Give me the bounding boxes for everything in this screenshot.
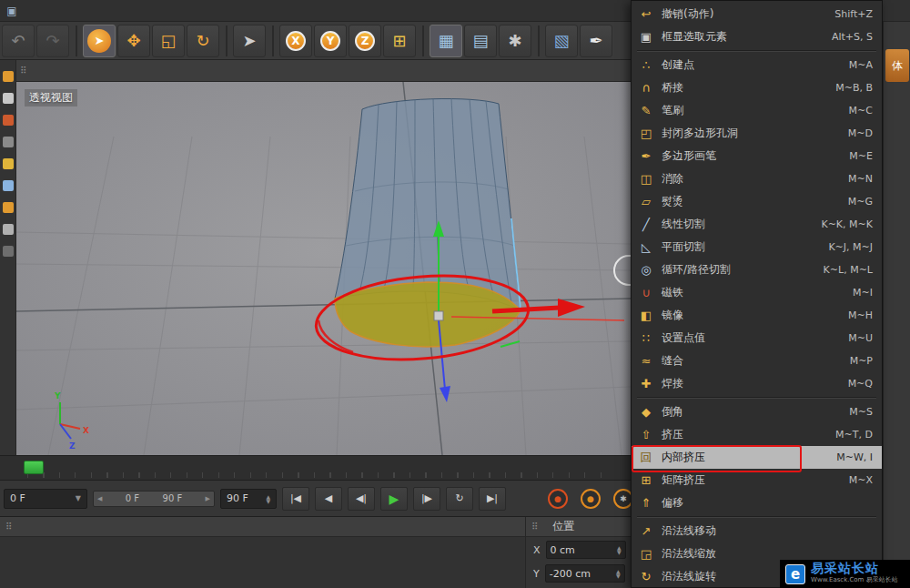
stepper-down-icon[interactable]: ▼ [617,550,622,554]
object-name-fragment[interactable]: 体 [885,49,909,82]
panel-handle-icon: ⠿ [20,66,26,76]
tool-icon: ≈ [637,354,655,368]
bridge-item[interactable]: ∩ 桥接 M~B, B [632,76,882,99]
spline-pen-button[interactable]: ✒ [580,25,612,57]
menu-item-shortcut: M~Q [848,378,873,390]
play-button[interactable]: ▶ [380,487,408,511]
last-tool-button[interactable]: ➤ [233,25,266,57]
coordinate-input[interactable]: 0 cm ▲ ▼ [546,541,626,559]
end-frame-field[interactable]: 90 F ▲ ▼ [220,489,277,509]
stepper-icon[interactable]: ▲ ▼ [266,494,270,503]
menu-item-label: 倒角 [662,404,849,420]
close-polygon-hole-item[interactable]: ◰ 封闭多边形孔洞 M~D [632,122,882,145]
prev-frame-button[interactable]: ◀| [348,487,375,511]
render-picture-button[interactable]: ▤ [464,25,497,57]
current-frame-field[interactable]: 0 F ▼ [4,489,87,509]
play-backward-button[interactable]: ◀ [315,487,342,511]
toolbar-button-icon: ✥ [126,31,140,50]
viewport-scene: Y X Z [16,82,631,455]
autokey-button[interactable]: ● [581,489,601,509]
transport-button-icon: ↻ [455,492,463,504]
add-primitive-button[interactable]: ▧ [545,25,578,57]
tool-icon: ⇑ [637,496,655,510]
record-keyframe-button[interactable]: ● [548,489,568,509]
toolbar-button-icon: Z [355,31,375,51]
stitch-sew-item[interactable]: ≈ 缝合 M~P [632,350,882,372]
toolbar-button-icon: ↻ [196,31,209,50]
menu-item-shortcut: K~L, M~L [824,264,873,276]
weld-item[interactable]: ✚ 焊接 M~Q [632,372,882,395]
create-point-item[interactable]: ∴ 创建点 M~A [632,54,882,76]
magnet-item[interactable]: ∪ 磁铁 M~I [632,281,882,304]
loop-path-cut-item[interactable]: ◎ 循环/路径切割 K~L, M~L [632,259,882,281]
viewport-canvas[interactable]: Y X Z 透视视图 [16,82,631,455]
tool-icon: ↩ [637,7,655,21]
lock-z-button[interactable]: Z [349,25,381,57]
tool-icon: ∴ [637,58,655,72]
watermark-logo-icon: e [785,564,805,584]
iron-item[interactable]: ▱ 熨烫 M~G [632,190,882,213]
frame-selected-item[interactable]: ▣ 框显选取元素 Alt+S, S [632,25,882,48]
coord-system-button[interactable]: ⊞ [383,25,416,57]
brush-item[interactable]: ✎ 笔刷 M~C [632,99,882,122]
move-button[interactable]: ✥ [117,25,150,57]
set-point-value-item[interactable]: ∷ 设置点值 M~U [632,327,882,350]
edges-mode-icon[interactable] [3,180,14,191]
toolbar-button-icon: ▧ [553,31,569,50]
mirror-item[interactable]: ◧ 镜像 M~H [632,304,882,327]
goto-start-button[interactable]: |◀ [282,487,309,511]
move-along-normal-item[interactable]: ↗ 沿法线移动 [632,520,882,542]
make-editable-icon[interactable] [3,71,14,82]
tool-icon: ✎ [637,104,655,117]
polygons-mode-icon[interactable] [3,202,14,213]
stepper-down-icon[interactable]: ▼ [266,499,270,503]
viewport-menubar: ⠿ [16,60,631,82]
bevel-item[interactable]: ◆ 倒角 M~S [632,400,882,423]
loop-mode-button[interactable]: ↻ [446,487,473,511]
app-logo-icon: ▣ [5,4,19,18]
goto-end-button[interactable]: ▶| [479,487,506,511]
menu-item-shortcut: M~E [849,150,873,162]
points-mode-icon[interactable] [3,158,14,169]
plane-cut-item[interactable]: ◺ 平面切割 K~J, M~J [632,236,882,259]
matrix-extrude-item[interactable]: ⊞ 矩阵挤压 M~X [632,469,882,492]
record-button-icon: ✱ [620,494,627,503]
workplane-icon[interactable] [3,137,14,147]
line-cut-item[interactable]: ╱ 线性切割 K~K, M~K [632,213,882,236]
undo-button[interactable]: ↶ [2,25,35,57]
extrude-inner-item[interactable]: 回 内部挤压 M~W, I [632,446,882,469]
toolbar-button-icon: Y [320,31,340,51]
render-view-button[interactable]: ▦ [430,25,462,57]
coordinate-input[interactable]: -200 cm ▲ ▼ [545,564,625,583]
toolbar-button-icon: ◱ [160,31,176,50]
menu-item-shortcut: M~X [849,474,873,486]
stepper-icon[interactable]: ▲ ▼ [616,569,621,578]
axis-lock-icon[interactable] [3,246,14,257]
stepper-down-icon[interactable]: ▼ [616,573,621,578]
tool-icon: ◰ [637,127,655,140]
current-frame-marker[interactable] [24,461,44,474]
redo-button[interactable]: ↷ [36,25,69,57]
undo-action-item[interactable]: ↩ 撤销(动作) Shift+Z [632,3,882,25]
menu-item-label: 多边形画笔 [662,148,849,164]
smooth-shift-item[interactable]: ⇑ 偏移 [632,492,882,514]
frame-range-slider[interactable]: ◀ 0 F 90 F ▶ [93,491,215,507]
render-settings-button[interactable]: ✱ [499,25,531,57]
stepper-icon[interactable]: ▲ ▼ [617,545,622,554]
texture-mode-icon[interactable] [3,115,14,126]
tool-icon: ⇧ [637,428,655,441]
transport-button-icon: ▶ [389,492,399,506]
viewport-panel: ⠿ [16,60,631,455]
rotate-button[interactable]: ↻ [187,25,219,57]
dissolve-item[interactable]: ◫ 消除 M~N [632,167,882,190]
scale-button[interactable]: ◱ [152,25,185,57]
lock-y-button[interactable]: Y [314,25,347,57]
next-frame-button[interactable]: |▶ [413,487,440,511]
separator [73,25,77,56]
extrude-item[interactable]: ⇧ 挤压 M~T, D [632,423,882,446]
lock-x-button[interactable]: X [279,25,312,57]
polygon-pen-item[interactable]: ✒ 多边形画笔 M~E [632,145,882,167]
snap-toggle-icon[interactable] [3,224,14,235]
live-selection-button[interactable]: ➤ [83,25,116,57]
model-mode-icon[interactable] [3,93,14,104]
